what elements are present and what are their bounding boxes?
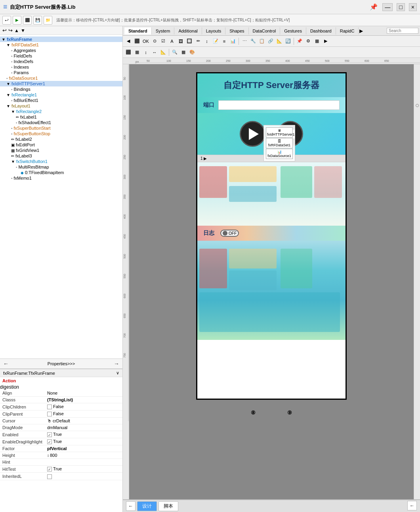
tab-script[interactable]: 脚本 — [158, 501, 178, 511]
check-icon-btn[interactable]: ☑ — [159, 37, 167, 45]
drag-overlay[interactable]: 🖥 fxIdHTTPServer1 🗄 fxRFDataSet1 📊 fxDat… — [263, 125, 295, 161]
tree-item-fxgridview1[interactable]: ▦ fxGridView1 — [0, 148, 122, 153]
tool6[interactable]: 🔄 — [284, 37, 292, 45]
checkbox-clipparent[interactable] — [47, 412, 52, 416]
align-icon-btn[interactable]: ⬛ — [124, 48, 132, 56]
tree-item-aggregates[interactable]: ◦ Aggregates — [0, 48, 122, 53]
tab-additional[interactable]: Additional — [174, 27, 202, 35]
tree-item-fxlabel1[interactable]: ✏ fxLabel1 — [0, 114, 122, 120]
tree-item-fxrunframe[interactable]: ▼ fxRunFrame — [0, 36, 122, 42]
tree-item-bindings[interactable]: ◦ Bindings — [0, 86, 122, 92]
ok-icon-btn[interactable]: OK — [142, 37, 150, 45]
tab-expand-btn[interactable]: ▶ — [359, 28, 363, 34]
color-icon-btn[interactable]: 🎨 — [188, 48, 196, 56]
chart-icon-btn[interactable]: 📊 — [229, 37, 237, 45]
canvas-design-area[interactable]: 自定HTTP Server服务器 端口 — [197, 73, 346, 399]
select-icon-btn[interactable]: ⬛ — [133, 37, 141, 45]
scroll-icon-btn[interactable]: ↕ — [203, 37, 211, 45]
toolbar-stop-btn[interactable]: ⬛ — [23, 16, 32, 25]
pin-btn[interactable]: 📌 — [370, 3, 378, 11]
prop-value-dragmode[interactable]: dmManual — [45, 424, 122, 431]
tree-item-indexes[interactable]: ◦ Indexes — [0, 64, 122, 70]
tab-shapes[interactable]: Shapes — [225, 27, 248, 35]
tool8[interactable]: ⚙ — [304, 37, 312, 45]
toolbar-back-btn[interactable]: ⮐ — [2, 16, 11, 25]
tree-item-bitmapitem[interactable]: ◆ 0:TFixedBitmapItem — [0, 170, 122, 175]
prop-value-clipchildren[interactable]: False — [45, 403, 122, 410]
up-btn[interactable]: ▲ — [14, 28, 19, 33]
tree-item-fxlabel3[interactable]: ✏ fxLabel3 — [0, 153, 122, 159]
tab-rapidc[interactable]: RapidC — [336, 27, 359, 35]
down-btn[interactable]: ▼ — [21, 28, 25, 33]
prop-value-cursor[interactable]: 🖱crDefault — [45, 418, 122, 424]
tree-item-fxblureffect1[interactable]: ◦ fxBlurEffect1 — [0, 98, 122, 103]
btn-icon-btn[interactable]: 🔲 — [185, 37, 193, 45]
prop-value-classs[interactable]: (TStringList) — [45, 397, 122, 403]
tree-item-fxlayout1[interactable]: ▼ fxLayout1 — [0, 103, 122, 109]
label-icon-btn[interactable]: A — [168, 37, 176, 45]
tab-dashboard[interactable]: Dashboard — [306, 27, 336, 35]
toggle-button[interactable]: OFF — [220, 230, 239, 237]
grid2-icon-btn[interactable]: ▦ — [179, 48, 187, 56]
nav-left-icon-btn[interactable]: ◀ — [124, 37, 132, 45]
tool9[interactable]: ▦ — [313, 37, 321, 45]
checkbox-hittest[interactable] — [47, 467, 52, 472]
undo-btn[interactable]: ↩ — [2, 27, 7, 33]
more-icon-btn[interactable]: ⋯ — [241, 37, 248, 45]
tree-item-fxrfdataset1[interactable]: ▼ fxRFDataSet1 — [0, 42, 122, 48]
tree-item-fxmemo1[interactable]: ◦ fxMemo1 — [0, 175, 122, 181]
layout-icon-btn[interactable]: ▦ — [133, 48, 141, 56]
prop-value-height[interactable]: ↕800 — [45, 452, 122, 459]
tree-item-fxsuperbuttonstart[interactable]: ◦ fxSuperButtonStart — [0, 125, 122, 131]
checkbox-inheritedl[interactable] — [47, 474, 52, 479]
tool3[interactable]: 📋 — [258, 37, 266, 45]
img-icon-btn[interactable]: 🖼 — [177, 37, 185, 45]
checkbox-enabled[interactable] — [47, 432, 52, 437]
page-arrow-btn[interactable]: ▶ — [204, 156, 207, 161]
nav-right-icon-btn[interactable]: ▶ — [322, 37, 330, 45]
drag-item-server[interactable]: 🖥 fxIdHTTPServer1 — [266, 127, 293, 138]
snap-icon-btn[interactable]: 📐 — [159, 48, 167, 56]
tool4[interactable]: 🔗 — [267, 37, 275, 45]
memo-icon-btn[interactable]: 📝 — [212, 37, 220, 45]
tool2[interactable]: 🔧 — [249, 37, 257, 45]
maximize-btn[interactable]: □ — [397, 3, 405, 11]
prop-value-clipparent[interactable]: False — [45, 410, 122, 418]
tree-item-fxshadoweffect1[interactable]: ◦ fxShadowEffect1 — [0, 120, 122, 125]
tab-system[interactable]: System — [152, 27, 175, 35]
checkbox-clipchildren[interactable] — [47, 405, 52, 409]
tree-item-fxsuperbuttonstop[interactable]: ◦ fxSuperButtonStop — [0, 131, 122, 136]
tab-layouts[interactable]: Layouts — [202, 27, 226, 35]
canvas-scroll[interactable]: ① ② ③ ④ ⑤ ⑥ ⑦ 自定HTTP Server服务器 — [129, 64, 414, 499]
prop-value-hint[interactable] — [45, 459, 122, 466]
minimize-btn[interactable]: — — [382, 3, 393, 11]
tree-item-indexdefs[interactable]: ◦ IndexDefs — [0, 59, 122, 64]
tree-item-fxidhttpserver1[interactable]: ▼ fxIdHTTPServer1 — [0, 81, 122, 86]
close-btn[interactable]: × — [409, 3, 417, 11]
toolbar-run-btn[interactable]: ▶ — [13, 16, 21, 25]
bottom-right-btn[interactable]: ← — [407, 501, 417, 510]
order-icon-btn[interactable]: ↕ — [142, 48, 150, 56]
tab-datacontrol[interactable]: DataControl — [249, 27, 281, 35]
tool7[interactable]: 📌 — [296, 37, 304, 45]
tree-item-fielddefs[interactable]: ◦ FieldDefs — [0, 53, 122, 59]
prop-value-inheritedl[interactable] — [45, 473, 122, 480]
props-scroll-area[interactable]: Action digestion Align None Classs (TStr… — [0, 377, 122, 512]
tree-item-fxeditport[interactable]: ▣ fxEditPort — [0, 142, 122, 148]
port-input[interactable] — [218, 100, 340, 110]
tab-standard[interactable]: Standard — [124, 27, 152, 35]
play-button[interactable] — [240, 121, 265, 147]
nav-left-btn[interactable]: ← — [3, 361, 9, 367]
drag-item-datasource[interactable]: 📊 fxDataSource1 — [266, 149, 293, 159]
tree-item-fxrectangle2[interactable]: ▼ fxRectangle2 — [0, 109, 122, 114]
tab-design[interactable]: 设计 — [137, 501, 157, 511]
prop-value-hittest[interactable]: True — [45, 466, 122, 473]
props-dropdown-btn[interactable]: ∨ — [116, 370, 119, 376]
checkbox-edh[interactable] — [47, 439, 52, 444]
tree-item-fxswitchbutton1[interactable]: ▼ fxSwitchButton1 — [0, 159, 122, 164]
radio-icon-btn[interactable]: ⊙ — [151, 37, 158, 45]
tree-item-multiresbmp[interactable]: ◦ MultiResBitmap — [0, 164, 122, 170]
tree-item-fxlabel2[interactable]: ✏ fxLabel2 — [0, 136, 122, 142]
tree-item-fxrectangle1[interactable]: ▼ fxRectangle1 — [0, 92, 122, 98]
properties-link[interactable]: Properties>>> — [48, 361, 75, 366]
